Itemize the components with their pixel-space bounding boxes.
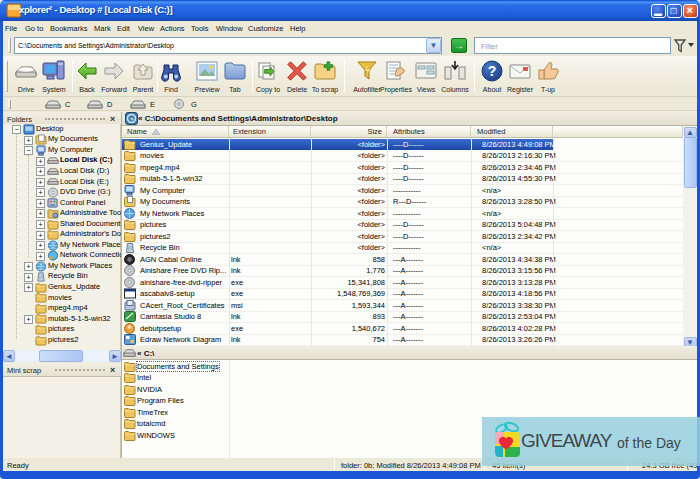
svg-text:?: ? [488,63,497,79]
